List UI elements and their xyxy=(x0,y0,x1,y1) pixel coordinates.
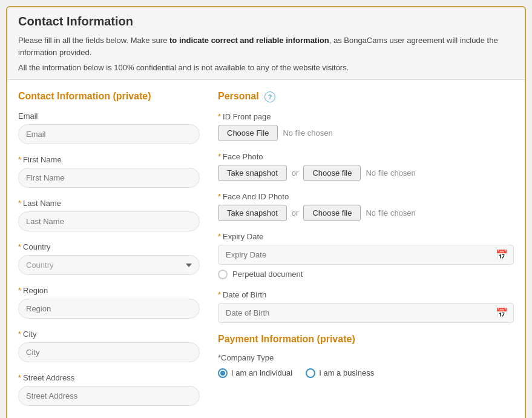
content-area: Contact Information (private) Email *Fir… xyxy=(7,80,525,418)
required-star: * xyxy=(218,290,221,299)
face-id-label: *Face And ID Photo xyxy=(218,192,514,201)
dob-field-group: *Date of Birth 📅 xyxy=(218,290,514,323)
face-take-snapshot-btn[interactable]: Take snapshot xyxy=(218,165,287,181)
required-star: * xyxy=(18,330,21,339)
radio-business-option[interactable]: I am a business xyxy=(306,368,374,378)
left-column: Contact Information (private) Email *Fir… xyxy=(18,91,200,417)
street-label: *Street Address xyxy=(18,373,200,382)
required-star: * xyxy=(218,232,221,241)
country-label: *Country xyxy=(18,242,200,251)
face-id-choose-file-btn[interactable]: Choose file xyxy=(303,205,361,221)
payment-section-title: Payment Information (private) xyxy=(218,334,514,345)
required-star: * xyxy=(18,242,21,251)
dob-input[interactable] xyxy=(218,303,514,323)
page-title: Contact Information xyxy=(18,15,514,28)
face-id-take-snapshot-btn[interactable]: Take snapshot xyxy=(218,205,287,221)
radio-business-circle[interactable] xyxy=(306,368,315,378)
required-star: * xyxy=(218,192,221,201)
expiry-date-input[interactable] xyxy=(218,245,514,265)
radio-individual-circle[interactable] xyxy=(218,368,228,378)
country-field-group: *Country Country xyxy=(18,242,200,275)
last-name-input[interactable] xyxy=(18,211,200,231)
required-star: * xyxy=(218,152,221,161)
help-icon[interactable]: ? xyxy=(264,91,275,102)
country-select[interactable]: Country xyxy=(18,255,200,275)
last-name-label: *Last Name xyxy=(18,199,200,208)
perpetual-radio[interactable] xyxy=(218,270,228,279)
face-id-or-separator: or xyxy=(292,208,299,217)
radio-business-label: I am a business xyxy=(319,368,374,377)
expiry-date-field-group: *Expiry Date 📅 Perpetual document xyxy=(218,232,514,279)
radio-individual-label: I am an individual xyxy=(231,368,292,377)
required-star: * xyxy=(18,373,21,382)
face-photo-upload-row: Take snapshot or Choose file No file cho… xyxy=(218,165,514,181)
expiry-date-wrapper: 📅 xyxy=(218,245,514,265)
first-name-label: *First Name xyxy=(18,155,200,164)
face-or-separator: or xyxy=(292,168,299,177)
last-name-field-group: *Last Name xyxy=(18,199,200,231)
region-label: *Region xyxy=(18,286,200,295)
city-label: *City xyxy=(18,330,200,339)
city-field-group: *City xyxy=(18,330,200,362)
id-front-no-file-text: No file chosen xyxy=(283,128,332,138)
page-header: Contact Information Please fill in all t… xyxy=(7,7,525,80)
email-label: Email xyxy=(18,111,200,121)
intro-text: Please fill in all the fields below. Mak… xyxy=(18,35,514,58)
face-id-upload-row: Take snapshot or Choose file No file cho… xyxy=(218,205,514,221)
face-choose-file-btn[interactable]: Choose file xyxy=(303,165,361,181)
dob-label: *Date of Birth xyxy=(218,290,514,299)
required-star: * xyxy=(218,112,221,121)
radio-row: I am an individual I am a business xyxy=(218,368,514,378)
right-column: Personal ? *ID Front page Choose File No… xyxy=(218,91,514,417)
id-front-upload-row: Choose File No file chosen xyxy=(218,125,514,141)
perpetual-label: Perpetual document xyxy=(232,270,303,279)
region-field-group: *Region xyxy=(18,286,200,319)
city-input[interactable] xyxy=(18,342,200,362)
email-field-group: Email xyxy=(18,111,200,144)
region-input[interactable] xyxy=(18,299,200,319)
required-star: * xyxy=(18,155,21,164)
intro-bold: to indicate correct and reliable informa… xyxy=(169,36,329,45)
face-id-no-file-text: No file chosen xyxy=(366,208,415,217)
required-star: * xyxy=(18,286,21,295)
personal-section-title: Personal ? xyxy=(218,91,514,102)
first-name-input[interactable] xyxy=(18,168,200,188)
id-front-label: *ID Front page xyxy=(218,112,514,121)
face-id-field-group: *Face And ID Photo Take snapshot or Choo… xyxy=(218,192,514,221)
expiry-date-label: *Expiry Date xyxy=(218,232,514,241)
radio-individual-option[interactable]: I am an individual xyxy=(218,368,292,378)
intro-before: Please fill in all the fields below. Mak… xyxy=(18,36,169,45)
page-container: Contact Information Please fill in all t… xyxy=(6,6,526,418)
confidential-text: All the information below is 100% confid… xyxy=(18,63,514,72)
required-star: * xyxy=(18,199,21,208)
face-photo-label: *Face Photo xyxy=(218,152,514,161)
first-name-field-group: *First Name xyxy=(18,155,200,188)
street-input[interactable] xyxy=(18,386,200,406)
email-input[interactable] xyxy=(18,124,200,144)
company-type-field-group: *Company Type I am an individual I am a … xyxy=(218,353,514,378)
payment-section: Payment Information (private) *Company T… xyxy=(218,334,514,378)
face-photo-field-group: *Face Photo Take snapshot or Choose file… xyxy=(218,152,514,181)
dob-wrapper: 📅 xyxy=(218,303,514,323)
id-front-field-group: *ID Front page Choose File No file chose… xyxy=(218,112,514,141)
perpetual-row: Perpetual document xyxy=(218,270,514,279)
contact-section-title: Contact Information (private) xyxy=(18,91,200,102)
street-field-group: *Street Address xyxy=(18,373,200,406)
company-type-label: *Company Type xyxy=(218,353,514,362)
face-no-file-text: No file chosen xyxy=(366,168,415,177)
id-front-choose-file-btn[interactable]: Choose File xyxy=(218,125,278,141)
